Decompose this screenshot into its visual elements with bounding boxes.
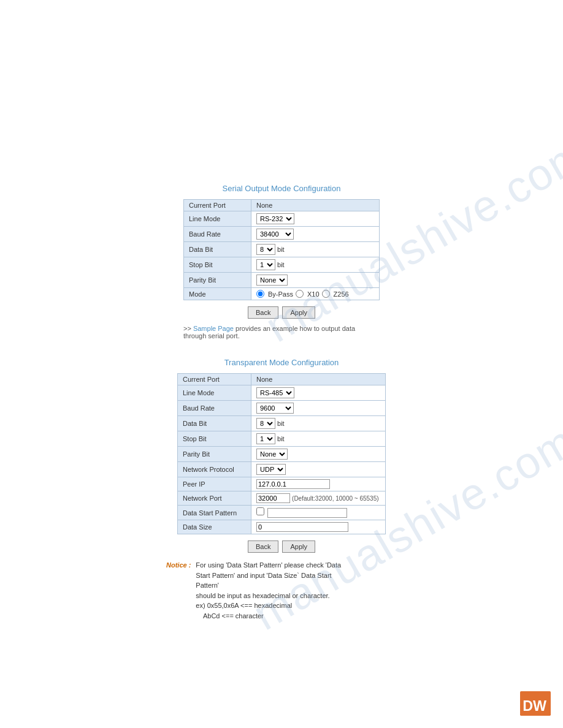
- tm-data-size-cell: [251, 520, 386, 534]
- tm-data-start-pattern-checkbox[interactable]: [256, 507, 264, 515]
- tm-stop-bit-unit: bit: [277, 435, 285, 442]
- tm-stop-bit-label: Stop Bit: [178, 431, 251, 447]
- mode-label: Mode: [184, 288, 251, 300]
- mode-bypass-label: By-Pass: [268, 290, 293, 298]
- notice-label: Notice :: [166, 561, 191, 569]
- tm-line-mode-row: Line Mode RS-232 RS-485 RS-422: [178, 385, 386, 401]
- tm-stop-bit-select[interactable]: 1 2: [256, 433, 275, 444]
- tm-data-bit-label: Data Bit: [178, 416, 251, 431]
- parity-bit-row: Parity Bit None Even Odd: [184, 273, 380, 288]
- tm-data-bit-unit: bit: [277, 420, 285, 427]
- tm-network-port-input[interactable]: [256, 493, 290, 503]
- data-bit-row: Data Bit 7 8 bit: [184, 242, 380, 257]
- transparent-mode-back-button[interactable]: Back: [248, 540, 278, 553]
- tm-current-port-value: None: [251, 374, 386, 385]
- serial-output-buttons: Back Apply: [248, 306, 315, 319]
- line-mode-cell: RS-232 RS-485 RS-422: [251, 211, 380, 227]
- transparent-mode-apply-button[interactable]: Apply: [282, 540, 315, 553]
- serial-output-table: Current Port None Line Mode RS-232 RS-48…: [183, 199, 380, 300]
- stop-bit-unit: bit: [277, 261, 285, 268]
- line-mode-row: Line Mode RS-232 RS-485 RS-422: [184, 211, 380, 227]
- tm-line-mode-cell: RS-232 RS-485 RS-422: [251, 385, 386, 401]
- notice-text-line3: Pattern': [196, 582, 219, 589]
- tm-data-size-label: Data Size: [178, 520, 251, 534]
- transparent-mode-table: Current Port None Line Mode RS-232 RS-48…: [177, 373, 386, 534]
- parity-bit-cell: None Even Odd: [251, 273, 380, 288]
- notice-text-line5: ex) 0x55,0x6A <== hexadecimal: [196, 602, 292, 609]
- page-wrapper: manualshive.com manualshive.com Serial O…: [0, 0, 563, 728]
- tm-data-start-pattern-input[interactable]: [267, 508, 347, 518]
- mode-x10-label: X10: [307, 290, 320, 298]
- tm-network-port-label: Network Port: [178, 491, 251, 506]
- tm-network-port-hint: (Default:32000, 10000 ~ 65535): [292, 495, 379, 502]
- notice-text-line2: Start Pattern' and input 'Data Size` Dat…: [196, 572, 331, 579]
- line-mode-label: Line Mode: [184, 211, 251, 227]
- parity-bit-select[interactable]: None Even Odd: [256, 275, 288, 286]
- dw-logo: DW: [520, 691, 551, 716]
- tm-parity-bit-row: Parity Bit None Even Odd: [178, 447, 386, 462]
- tm-data-bit-cell: 7 8 bit: [251, 416, 386, 431]
- tm-data-bit-row: Data Bit 7 8 bit: [178, 416, 386, 431]
- tm-peer-ip-cell: 127.0.0.1: [251, 477, 386, 491]
- tm-line-mode-label: Line Mode: [178, 385, 251, 401]
- tm-current-port-row: Current Port None: [178, 374, 386, 385]
- tm-line-mode-select[interactable]: RS-232 RS-485 RS-422: [256, 387, 294, 398]
- tm-stop-bit-cell: 1 2 bit: [251, 431, 386, 447]
- tm-stop-bit-row: Stop Bit 1 2 bit: [178, 431, 386, 447]
- data-bit-select[interactable]: 7 8: [256, 244, 275, 255]
- tm-data-bit-select[interactable]: 7 8: [256, 418, 275, 429]
- tm-network-port-cell: (Default:32000, 10000 ~ 65535): [251, 491, 386, 506]
- tm-parity-bit-label: Parity Bit: [178, 447, 251, 462]
- baud-rate-label: Baud Rate: [184, 227, 251, 242]
- notice-section: Notice : For using 'Data Start Pattern' …: [165, 559, 398, 622]
- tm-network-protocol-label: Network Protocol: [178, 462, 251, 477]
- tm-baud-rate-cell: 9600 19200 38400 57600 115200: [251, 401, 386, 416]
- mode-radio-group: By-Pass X10 Z256: [256, 290, 374, 298]
- tm-data-size-input[interactable]: [256, 522, 348, 532]
- transparent-mode-section: Transparent Mode Configuration Current P…: [0, 358, 563, 622]
- mode-cell: By-Pass X10 Z256: [251, 288, 380, 300]
- tm-parity-bit-select[interactable]: None Even Odd: [256, 449, 288, 460]
- current-port-value: None: [251, 200, 380, 211]
- tm-peer-ip-input[interactable]: 127.0.0.1: [256, 479, 330, 489]
- notice-table: Notice : For using 'Data Start Pattern' …: [165, 559, 342, 622]
- tm-peer-ip-row: Peer IP 127.0.0.1: [178, 477, 386, 491]
- baud-rate-select[interactable]: 9600 19200 38400 57600 115200: [256, 229, 294, 240]
- notice-text-line6: AbCd <== character: [196, 612, 263, 620]
- notice-row: Notice : For using 'Data Start Pattern' …: [166, 560, 341, 621]
- tm-network-protocol-row: Network Protocol UDP TCP: [178, 462, 386, 477]
- serial-output-title: Serial Output Mode Configuration: [223, 184, 341, 193]
- transparent-mode-buttons: Back Apply: [248, 540, 315, 553]
- data-bit-label: Data Bit: [184, 242, 251, 257]
- stop-bit-row: Stop Bit 1 2 bit: [184, 257, 380, 273]
- tm-baud-rate-row: Baud Rate 9600 19200 38400 57600 115200: [178, 401, 386, 416]
- tm-network-port-row: Network Port (Default:32000, 10000 ~ 655…: [178, 491, 386, 506]
- line-mode-select[interactable]: RS-232 RS-485 RS-422: [256, 213, 294, 224]
- stop-bit-select[interactable]: 1 2: [256, 259, 275, 270]
- tm-data-start-pattern-row: Data Start Pattern: [178, 506, 386, 520]
- sample-page-link[interactable]: Sample Page: [193, 325, 234, 332]
- current-port-row: Current Port None: [184, 200, 380, 211]
- tm-current-port-label: Current Port: [178, 374, 251, 385]
- notice-label-cell: Notice :: [166, 560, 194, 621]
- svg-text:DW: DW: [523, 698, 546, 714]
- tm-peer-ip-label: Peer IP: [178, 477, 251, 491]
- current-port-label: Current Port: [184, 200, 251, 211]
- serial-output-section: Serial Output Mode Configuration Current…: [0, 184, 563, 339]
- parity-bit-label: Parity Bit: [184, 273, 251, 288]
- mode-z256-radio[interactable]: [322, 290, 330, 298]
- serial-output-apply-button[interactable]: Apply: [282, 306, 315, 319]
- tm-baud-rate-label: Baud Rate: [178, 401, 251, 416]
- tm-network-protocol-select[interactable]: UDP TCP: [256, 464, 286, 475]
- mode-x10-radio[interactable]: [296, 290, 304, 298]
- mode-bypass-radio[interactable]: [256, 290, 264, 298]
- tm-baud-rate-select[interactable]: 9600 19200 38400 57600 115200: [256, 403, 294, 414]
- serial-output-back-button[interactable]: Back: [248, 306, 278, 319]
- stop-bit-cell: 1 2 bit: [251, 257, 380, 273]
- stop-bit-label: Stop Bit: [184, 257, 251, 273]
- transparent-mode-title: Transparent Mode Configuration: [224, 358, 339, 367]
- baud-rate-cell: 9600 19200 38400 57600 115200: [251, 227, 380, 242]
- tm-data-size-row: Data Size: [178, 520, 386, 534]
- baud-rate-row: Baud Rate 9600 19200 38400 57600 115200: [184, 227, 380, 242]
- data-bit-unit: bit: [277, 246, 285, 253]
